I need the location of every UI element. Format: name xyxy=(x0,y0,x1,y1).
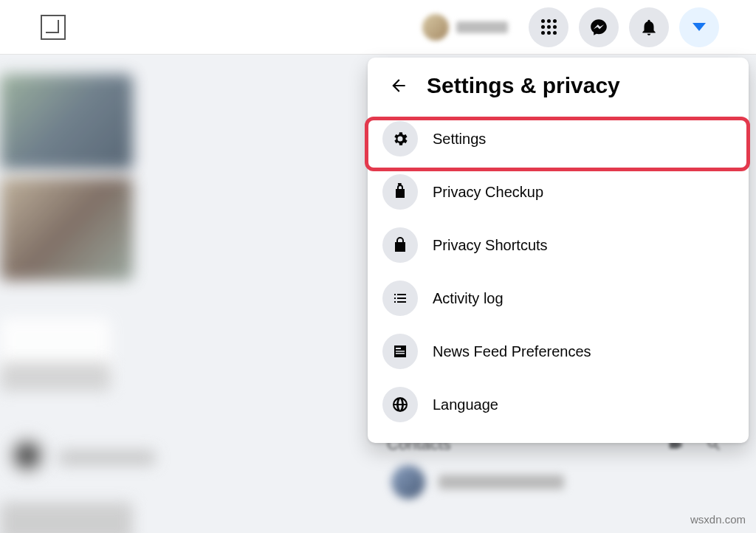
list-icon xyxy=(382,281,418,316)
background-post-line xyxy=(0,362,111,391)
globe-icon xyxy=(382,387,418,422)
notifications-button[interactable] xyxy=(629,7,669,47)
menu-item-label: News Feed Preferences xyxy=(433,343,591,360)
background-avatar xyxy=(7,436,47,475)
menu-item-privacy-shortcuts[interactable]: Privacy Shortcuts xyxy=(375,219,741,272)
contact-row[interactable] xyxy=(391,465,564,499)
lock-icon xyxy=(382,227,418,263)
menu-item-activity-log[interactable]: Activity log xyxy=(375,272,741,325)
contact-name-blurred xyxy=(439,475,564,489)
menu-item-settings[interactable]: Settings xyxy=(375,112,741,165)
caret-down-icon xyxy=(693,23,706,31)
menu-item-label: Activity log xyxy=(433,290,504,307)
background-card xyxy=(0,502,133,533)
menu-item-news-feed-preferences[interactable]: News Feed Preferences xyxy=(375,325,741,378)
menu-title: Settings & privacy xyxy=(427,73,620,98)
contact-avatar xyxy=(391,465,425,499)
top-bar-right xyxy=(412,7,719,47)
menu-item-label: Settings xyxy=(433,131,486,148)
profile-chip[interactable] xyxy=(412,10,518,45)
menu-header: Settings & privacy xyxy=(375,68,741,112)
messenger-button[interactable] xyxy=(579,7,619,47)
menu-item-privacy-checkup[interactable]: Privacy Checkup xyxy=(375,165,741,219)
profile-name-blurred xyxy=(456,21,508,33)
arrow-left-icon xyxy=(389,76,408,95)
background-story-card xyxy=(0,74,133,170)
menu-item-language[interactable]: Language xyxy=(375,378,741,431)
top-bar xyxy=(0,0,756,55)
back-button[interactable] xyxy=(384,71,413,100)
logo-icon[interactable] xyxy=(41,15,66,40)
settings-privacy-menu: Settings & privacy Settings Privacy Chec… xyxy=(368,58,749,443)
menu-item-label: Privacy Checkup xyxy=(433,184,543,201)
avatar xyxy=(422,14,449,41)
grid-icon xyxy=(541,19,557,35)
gear-icon xyxy=(382,121,418,157)
watermark: wsxdn.com xyxy=(690,513,746,526)
background-story-card xyxy=(0,177,133,281)
feed-icon xyxy=(382,334,418,369)
menu-item-label: Privacy Shortcuts xyxy=(433,237,548,254)
apps-menu-button[interactable] xyxy=(529,7,568,47)
account-dropdown-button[interactable] xyxy=(679,7,719,47)
lock-heart-icon xyxy=(382,174,418,210)
menu-item-label: Language xyxy=(433,396,498,413)
messenger-icon xyxy=(589,18,608,37)
background-text-line xyxy=(59,450,155,465)
bell-icon xyxy=(639,18,659,37)
